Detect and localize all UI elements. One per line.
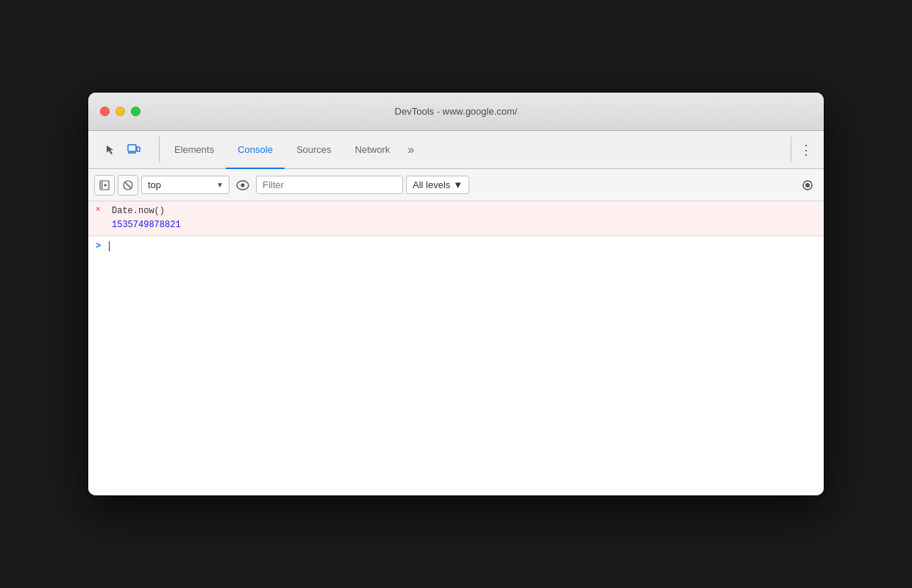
tabs-end-divider [791,137,791,162]
title-bar: DevTools - www.google.com/ [88,93,824,131]
sidebar-toggle-button[interactable] [94,175,115,196]
cursor-icon [104,144,116,156]
device-icon [127,144,140,156]
tab-network[interactable]: Network [343,132,402,169]
console-output-value: 1535749878821 [112,218,818,232]
close-button[interactable] [100,107,110,116]
context-select-wrapper: top ▼ [141,176,229,194]
eye-icon [236,180,249,190]
clear-console-button[interactable] [118,175,138,196]
tab-console[interactable]: Console [226,132,285,169]
console-settings-button[interactable] [797,175,818,196]
toolbar-icons [94,131,150,168]
console-content: × Date.now() 1535749878821 > [88,201,824,495]
svg-line-20 [804,187,805,188]
chevron-right-icon: > [96,241,101,251]
console-input-area[interactable]: > [88,236,824,256]
window-title: DevTools - www.google.com/ [395,106,518,117]
gear-icon [802,179,813,191]
svg-line-7 [125,182,130,187]
more-tabs-button[interactable]: » [402,131,420,168]
tabs-divider [159,137,160,162]
svg-point-9 [241,183,245,187]
svg-marker-5 [104,184,107,187]
levels-arrow-icon: ▼ [453,179,463,190]
svg-line-19 [811,182,811,182]
traffic-lights [100,107,140,116]
cursor-blink [109,241,110,251]
tab-elements[interactable]: Elements [163,132,226,169]
svg-rect-1 [137,147,140,151]
clear-icon [123,180,133,190]
svg-rect-4 [100,181,103,190]
tab-sources[interactable]: Sources [285,132,343,169]
console-entry-0: × Date.now() 1535749878821 [88,201,824,236]
tabs-bar: Elements Console Sources Network » ⋮ [88,131,824,169]
maximize-button[interactable] [131,107,140,116]
console-input-text: Date.now() [112,204,818,218]
live-expressions-button[interactable] [232,175,253,196]
svg-rect-0 [128,145,136,151]
svg-line-18 [811,187,811,188]
sidebar-icon [99,180,110,190]
context-select[interactable]: top [141,176,229,194]
filter-input[interactable] [256,176,403,194]
devtools-menu-button[interactable]: ⋮ [794,138,818,162]
log-levels-button[interactable]: All levels ▼ [406,176,469,194]
console-toolbar: top ▼ All levels ▼ [88,169,824,201]
inspect-element-button[interactable] [100,140,121,160]
device-toggle-button[interactable] [124,140,144,160]
entry-error-prefix: × [96,205,101,214]
minimize-button[interactable] [115,107,125,116]
svg-line-17 [804,182,805,182]
tabs-spacer [420,131,788,168]
